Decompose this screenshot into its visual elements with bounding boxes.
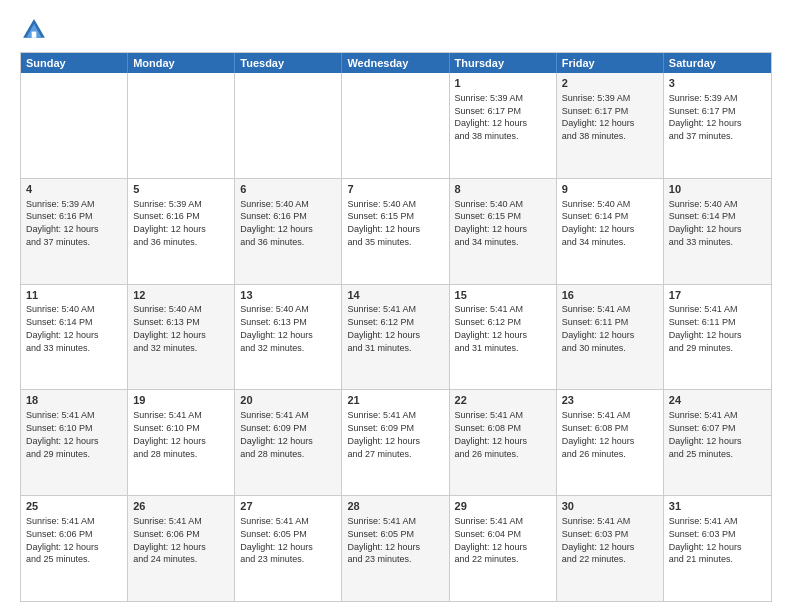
empty-cell-0-3	[342, 73, 449, 178]
day-number: 17	[669, 288, 766, 303]
day-info: Sunrise: 5:41 AM Sunset: 6:12 PM Dayligh…	[347, 304, 420, 352]
calendar-row-2: 11Sunrise: 5:40 AM Sunset: 6:14 PM Dayli…	[21, 284, 771, 390]
day-cell-1: 1Sunrise: 5:39 AM Sunset: 6:17 PM Daylig…	[450, 73, 557, 178]
day-number: 9	[562, 182, 658, 197]
day-number: 2	[562, 76, 658, 91]
day-number: 7	[347, 182, 443, 197]
empty-cell-0-1	[128, 73, 235, 178]
day-number: 5	[133, 182, 229, 197]
day-info: Sunrise: 5:39 AM Sunset: 6:16 PM Dayligh…	[133, 199, 206, 247]
day-cell-12: 12Sunrise: 5:40 AM Sunset: 6:13 PM Dayli…	[128, 285, 235, 390]
day-cell-13: 13Sunrise: 5:40 AM Sunset: 6:13 PM Dayli…	[235, 285, 342, 390]
day-cell-24: 24Sunrise: 5:41 AM Sunset: 6:07 PM Dayli…	[664, 390, 771, 495]
logo-icon	[20, 16, 48, 44]
day-info: Sunrise: 5:39 AM Sunset: 6:16 PM Dayligh…	[26, 199, 99, 247]
day-number: 19	[133, 393, 229, 408]
day-cell-31: 31Sunrise: 5:41 AM Sunset: 6:03 PM Dayli…	[664, 496, 771, 601]
day-cell-2: 2Sunrise: 5:39 AM Sunset: 6:17 PM Daylig…	[557, 73, 664, 178]
day-cell-9: 9Sunrise: 5:40 AM Sunset: 6:14 PM Daylig…	[557, 179, 664, 284]
day-info: Sunrise: 5:41 AM Sunset: 6:10 PM Dayligh…	[133, 410, 206, 458]
header-day-tuesday: Tuesday	[235, 53, 342, 73]
day-number: 25	[26, 499, 122, 514]
page: SundayMondayTuesdayWednesdayThursdayFrid…	[0, 0, 792, 612]
day-number: 28	[347, 499, 443, 514]
day-info: Sunrise: 5:41 AM Sunset: 6:06 PM Dayligh…	[133, 516, 206, 564]
day-info: Sunrise: 5:41 AM Sunset: 6:10 PM Dayligh…	[26, 410, 99, 458]
day-info: Sunrise: 5:40 AM Sunset: 6:14 PM Dayligh…	[562, 199, 635, 247]
day-cell-26: 26Sunrise: 5:41 AM Sunset: 6:06 PM Dayli…	[128, 496, 235, 601]
day-cell-6: 6Sunrise: 5:40 AM Sunset: 6:16 PM Daylig…	[235, 179, 342, 284]
day-info: Sunrise: 5:41 AM Sunset: 6:09 PM Dayligh…	[347, 410, 420, 458]
day-number: 20	[240, 393, 336, 408]
day-cell-11: 11Sunrise: 5:40 AM Sunset: 6:14 PM Dayli…	[21, 285, 128, 390]
empty-cell-0-0	[21, 73, 128, 178]
day-number: 24	[669, 393, 766, 408]
day-number: 26	[133, 499, 229, 514]
calendar-row-4: 25Sunrise: 5:41 AM Sunset: 6:06 PM Dayli…	[21, 495, 771, 601]
day-cell-10: 10Sunrise: 5:40 AM Sunset: 6:14 PM Dayli…	[664, 179, 771, 284]
day-info: Sunrise: 5:41 AM Sunset: 6:11 PM Dayligh…	[669, 304, 742, 352]
day-info: Sunrise: 5:40 AM Sunset: 6:15 PM Dayligh…	[347, 199, 420, 247]
day-number: 29	[455, 499, 551, 514]
empty-cell-0-2	[235, 73, 342, 178]
day-info: Sunrise: 5:41 AM Sunset: 6:08 PM Dayligh…	[455, 410, 528, 458]
header-day-thursday: Thursday	[450, 53, 557, 73]
day-number: 15	[455, 288, 551, 303]
day-cell-27: 27Sunrise: 5:41 AM Sunset: 6:05 PM Dayli…	[235, 496, 342, 601]
header	[20, 16, 772, 44]
day-info: Sunrise: 5:40 AM Sunset: 6:14 PM Dayligh…	[669, 199, 742, 247]
day-info: Sunrise: 5:41 AM Sunset: 6:04 PM Dayligh…	[455, 516, 528, 564]
day-cell-16: 16Sunrise: 5:41 AM Sunset: 6:11 PM Dayli…	[557, 285, 664, 390]
day-number: 10	[669, 182, 766, 197]
day-info: Sunrise: 5:41 AM Sunset: 6:09 PM Dayligh…	[240, 410, 313, 458]
day-info: Sunrise: 5:41 AM Sunset: 6:05 PM Dayligh…	[347, 516, 420, 564]
day-number: 31	[669, 499, 766, 514]
header-day-friday: Friday	[557, 53, 664, 73]
day-info: Sunrise: 5:41 AM Sunset: 6:06 PM Dayligh…	[26, 516, 99, 564]
day-cell-21: 21Sunrise: 5:41 AM Sunset: 6:09 PM Dayli…	[342, 390, 449, 495]
day-number: 6	[240, 182, 336, 197]
day-cell-14: 14Sunrise: 5:41 AM Sunset: 6:12 PM Dayli…	[342, 285, 449, 390]
day-cell-29: 29Sunrise: 5:41 AM Sunset: 6:04 PM Dayli…	[450, 496, 557, 601]
day-info: Sunrise: 5:40 AM Sunset: 6:16 PM Dayligh…	[240, 199, 313, 247]
day-info: Sunrise: 5:41 AM Sunset: 6:05 PM Dayligh…	[240, 516, 313, 564]
day-info: Sunrise: 5:41 AM Sunset: 6:11 PM Dayligh…	[562, 304, 635, 352]
header-day-monday: Monday	[128, 53, 235, 73]
svg-rect-2	[32, 32, 37, 38]
day-number: 23	[562, 393, 658, 408]
day-info: Sunrise: 5:39 AM Sunset: 6:17 PM Dayligh…	[562, 93, 635, 141]
day-cell-28: 28Sunrise: 5:41 AM Sunset: 6:05 PM Dayli…	[342, 496, 449, 601]
day-info: Sunrise: 5:40 AM Sunset: 6:13 PM Dayligh…	[240, 304, 313, 352]
day-cell-25: 25Sunrise: 5:41 AM Sunset: 6:06 PM Dayli…	[21, 496, 128, 601]
day-number: 18	[26, 393, 122, 408]
day-cell-7: 7Sunrise: 5:40 AM Sunset: 6:15 PM Daylig…	[342, 179, 449, 284]
day-info: Sunrise: 5:41 AM Sunset: 6:03 PM Dayligh…	[562, 516, 635, 564]
day-info: Sunrise: 5:39 AM Sunset: 6:17 PM Dayligh…	[669, 93, 742, 141]
day-cell-18: 18Sunrise: 5:41 AM Sunset: 6:10 PM Dayli…	[21, 390, 128, 495]
day-number: 3	[669, 76, 766, 91]
day-cell-15: 15Sunrise: 5:41 AM Sunset: 6:12 PM Dayli…	[450, 285, 557, 390]
day-cell-8: 8Sunrise: 5:40 AM Sunset: 6:15 PM Daylig…	[450, 179, 557, 284]
day-number: 8	[455, 182, 551, 197]
calendar-row-0: 1Sunrise: 5:39 AM Sunset: 6:17 PM Daylig…	[21, 73, 771, 178]
calendar-row-1: 4Sunrise: 5:39 AM Sunset: 6:16 PM Daylig…	[21, 178, 771, 284]
day-number: 16	[562, 288, 658, 303]
day-info: Sunrise: 5:41 AM Sunset: 6:03 PM Dayligh…	[669, 516, 742, 564]
day-cell-5: 5Sunrise: 5:39 AM Sunset: 6:16 PM Daylig…	[128, 179, 235, 284]
day-cell-17: 17Sunrise: 5:41 AM Sunset: 6:11 PM Dayli…	[664, 285, 771, 390]
day-number: 21	[347, 393, 443, 408]
day-number: 14	[347, 288, 443, 303]
day-number: 1	[455, 76, 551, 91]
day-number: 13	[240, 288, 336, 303]
day-number: 27	[240, 499, 336, 514]
day-cell-30: 30Sunrise: 5:41 AM Sunset: 6:03 PM Dayli…	[557, 496, 664, 601]
header-day-sunday: Sunday	[21, 53, 128, 73]
day-info: Sunrise: 5:40 AM Sunset: 6:13 PM Dayligh…	[133, 304, 206, 352]
header-day-wednesday: Wednesday	[342, 53, 449, 73]
calendar-header: SundayMondayTuesdayWednesdayThursdayFrid…	[21, 53, 771, 73]
logo	[20, 16, 52, 44]
day-info: Sunrise: 5:40 AM Sunset: 6:14 PM Dayligh…	[26, 304, 99, 352]
calendar: SundayMondayTuesdayWednesdayThursdayFrid…	[20, 52, 772, 602]
calendar-row-3: 18Sunrise: 5:41 AM Sunset: 6:10 PM Dayli…	[21, 389, 771, 495]
day-info: Sunrise: 5:40 AM Sunset: 6:15 PM Dayligh…	[455, 199, 528, 247]
